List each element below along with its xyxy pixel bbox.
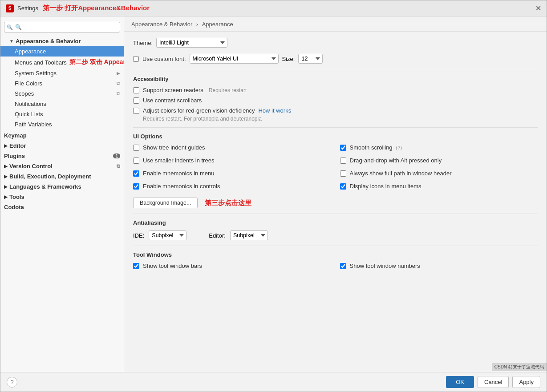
background-image-button[interactable]: Background Image... <box>133 198 198 208</box>
search-input[interactable] <box>4 22 120 32</box>
show-tree-indent-label: Show tree indent guides <box>143 144 205 151</box>
sidebar-item-tools[interactable]: ▶ Tools <box>0 192 124 202</box>
app-icon: S <box>6 4 14 12</box>
ok-button[interactable]: OK <box>446 376 474 388</box>
section-label: Appearance & Behavior <box>16 38 81 44</box>
sidebar-item-build-execution[interactable]: ▶ Build, Execution, Deployment <box>0 171 124 182</box>
divider2 <box>133 127 538 128</box>
ide-label: IDE: <box>133 232 144 239</box>
breadcrumb: Appearance & Behavior › Appearance <box>124 16 547 32</box>
drag-drop-label: Drag-and-drop with Alt pressed only <box>350 157 442 164</box>
sidebar-item-system-settings[interactable]: System Settings ▶ <box>0 68 124 78</box>
contrast-scrollbars-row: Use contrast scrollbars <box>133 97 538 104</box>
sidebar-item-keymap[interactable]: Keymap <box>0 130 124 141</box>
display-icons-checkbox[interactable] <box>340 183 346 190</box>
mnemonics-controls-checkbox[interactable] <box>133 183 139 190</box>
sidebar-item-editor[interactable]: ▶ Editor <box>0 141 124 151</box>
screen-readers-checkbox[interactable] <box>133 87 139 93</box>
display-icons-row: Display icons in menu items <box>340 183 538 190</box>
mnemonics-controls-row: Enable mnemonics in controls <box>133 183 331 190</box>
requires-restart-text: Requires restart <box>209 87 247 93</box>
theme-row: Theme: IntelliJ Light Darcula High contr… <box>133 38 538 48</box>
drag-drop-checkbox[interactable] <box>340 158 346 164</box>
expand-arrow: ▶ <box>4 184 8 189</box>
contrast-scrollbars-checkbox[interactable] <box>133 97 139 104</box>
mnemonics-menu-label: Enable mnemonics in menu <box>143 170 214 177</box>
sidebar-item-scopes[interactable]: Scopes ⧉ <box>0 89 124 99</box>
show-tool-bars-label: Show tool window bars <box>143 263 202 269</box>
show-tree-indent-checkbox[interactable] <box>133 145 139 151</box>
accessibility-title: Accessibility <box>133 76 538 82</box>
sidebar-item-appearance[interactable]: Appearance <box>0 46 124 57</box>
adjust-colors-checkbox[interactable] <box>133 108 139 114</box>
show-tool-numbers-checkbox[interactable] <box>340 263 346 269</box>
editor-select[interactable]: Subpixel Greyscale None <box>230 230 268 240</box>
cancel-button[interactable]: Cancel <box>478 376 509 388</box>
smooth-scrolling-label: Smooth scrolling <box>350 144 393 151</box>
custom-font-label: Use custom font: <box>142 56 186 62</box>
theme-select[interactable]: IntelliJ Light Darcula High contrast <box>156 38 227 48</box>
contrast-scrollbars-label: Use contrast scrollbars <box>143 97 202 104</box>
theme-label: Theme: <box>133 40 153 46</box>
copy-icon: ⧉ <box>117 81 120 86</box>
tool-windows-title: Tool Windows <box>133 251 538 258</box>
nav-item-label: Build, Execution, Deployment <box>9 173 91 180</box>
dialog-footer: ? OK Cancel Apply <box>0 372 547 392</box>
nav-item-label: Menus and Toolbars <box>15 59 67 66</box>
full-path-checkbox[interactable] <box>340 170 346 177</box>
mnemonics-menu-checkbox[interactable] <box>133 170 139 177</box>
nav-item-label: Appearance <box>15 48 46 55</box>
show-tree-indent-row: Show tree indent guides <box>133 144 331 151</box>
ui-options-title: UI Options <box>133 133 538 140</box>
sidebar-item-quick-lists[interactable]: Quick Lists <box>0 109 124 119</box>
sidebar-item-plugins[interactable]: Plugins 1 <box>0 151 124 161</box>
smaller-indents-label: Use smaller indents in trees <box>143 157 214 164</box>
size-select[interactable]: 12 10 11 13 14 <box>298 54 323 64</box>
expand-arrow: ▶ <box>4 194 8 199</box>
smooth-scrolling-checkbox[interactable] <box>340 145 346 151</box>
close-button[interactable]: ✕ <box>535 4 541 12</box>
screen-readers-row: Support screen readers Requires restart <box>133 87 538 93</box>
watermark-text: CSDN @来于了这域代码 <box>492 363 547 371</box>
sidebar-item-menus-toolbars[interactable]: Menus and Toolbars 第二步 双击 Appearance <box>0 57 124 68</box>
copy-icon: ⧉ <box>117 163 120 169</box>
show-tool-bars-checkbox[interactable] <box>133 263 139 269</box>
ide-select[interactable]: Subpixel Greyscale None <box>149 230 186 240</box>
help-icon[interactable]: (?) <box>396 145 402 150</box>
nav-item-label: Editor <box>9 142 26 149</box>
divider4 <box>133 246 538 246</box>
plugins-badge: 1 <box>113 154 120 158</box>
sidebar-item-version-control[interactable]: ▶ Version Control ⧉ <box>0 161 124 171</box>
custom-font-checkbox[interactable] <box>133 56 139 62</box>
copy-icon: ⧉ <box>117 91 120 97</box>
expand-arrow: ▼ <box>9 39 14 44</box>
nav-item-label: Codota <box>4 204 24 210</box>
show-tool-numbers-row: Show tool window numbers <box>340 263 538 269</box>
tool-windows-grid: Show tool window bars Show tool window n… <box>133 263 538 273</box>
nav-item-label: Quick Lists <box>15 111 43 117</box>
apply-button[interactable]: Apply <box>512 376 540 388</box>
nav-section-header-appearance-behavior[interactable]: ▼ Appearance & Behavior <box>0 36 124 46</box>
antialiasing-row: IDE: Subpixel Greyscale None Editor: Sub… <box>133 230 538 240</box>
nav-item-label: Plugins <box>4 153 25 159</box>
smaller-indents-checkbox[interactable] <box>133 158 139 164</box>
breadcrumb-part2: Appearance <box>202 21 233 28</box>
how-it-works-link[interactable]: How it works <box>258 107 291 114</box>
font-select[interactable]: Microsoft YaHei UI Arial Consolas <box>190 54 279 64</box>
annotation-step2-label: 第二步 双击 Appearance <box>69 58 124 66</box>
nav-item-label: System Settings <box>15 70 57 77</box>
antialiasing-title: Antialiasing <box>133 219 538 226</box>
settings-dialog: S Settings 第一步 打开Appearance&Behavior ✕ 🔍… <box>0 0 547 392</box>
mnemonics-menu-row: Enable mnemonics in menu <box>133 170 331 177</box>
sidebar-item-codota[interactable]: Codota <box>0 202 124 212</box>
nav-item-label: Version Control <box>9 163 53 170</box>
sidebar-item-path-variables[interactable]: Path Variables <box>0 119 124 129</box>
search-box[interactable]: 🔍 <box>4 22 120 32</box>
help-button[interactable]: ? <box>7 377 17 388</box>
full-path-label: Always show full path in window header <box>350 170 452 177</box>
divider3 <box>133 214 538 214</box>
sidebar-item-languages-frameworks[interactable]: ▶ Languages & Frameworks <box>0 182 124 192</box>
sidebar-item-file-colors[interactable]: File Colors ⧉ <box>0 78 124 89</box>
divider <box>133 70 538 70</box>
sidebar-item-notifications[interactable]: Notifications <box>0 99 124 109</box>
